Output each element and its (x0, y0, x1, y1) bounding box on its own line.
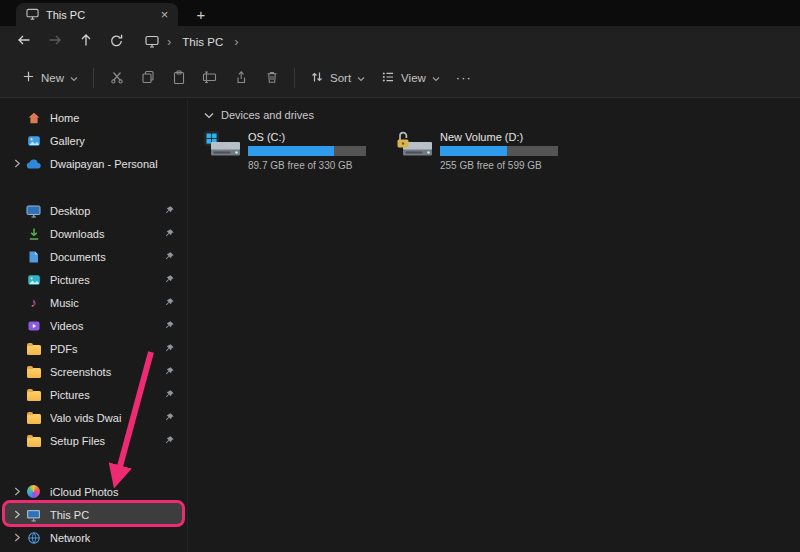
sidebar-item-valo-vids[interactable]: Valo vids Dwai (5, 406, 182, 429)
sidebar-item-label: Pictures (50, 274, 162, 286)
sidebar-item-pdfs[interactable]: PDFs (5, 337, 182, 360)
devices-and-drives-header: Devices and drives (189, 99, 800, 121)
cut-icon (110, 70, 124, 86)
sidebar-item-downloads[interactable]: Downloads (5, 222, 182, 245)
sidebar-item-label: Videos (50, 320, 162, 332)
this-pc-icon (145, 35, 159, 50)
downloads-icon (25, 226, 42, 242)
sidebar-item-music[interactable]: ♪ Music (5, 291, 182, 314)
sidebar-item-screenshots[interactable]: Screenshots (5, 360, 182, 383)
chevron-down-icon (357, 72, 365, 84)
drive-os-c[interactable]: OS (C:) 89.7 GB free of 330 GB (200, 127, 384, 174)
paste-icon (172, 70, 186, 86)
icloud-photos-icon (25, 484, 42, 500)
sidebar-item-pictures-folder[interactable]: Pictures (5, 383, 182, 406)
more-options-button[interactable]: ··· (448, 63, 480, 93)
rename-icon (202, 70, 217, 86)
view-icon (381, 70, 395, 86)
desktop-icon (25, 203, 42, 219)
title-bar: This PC × + (0, 0, 800, 26)
new-tab-button[interactable]: + (190, 4, 212, 24)
drive-free-space: 255 GB free of 599 GB (440, 160, 558, 171)
sidebar-item-label: Network (50, 532, 180, 544)
chevron-right-icon[interactable] (10, 487, 25, 496)
forward-button[interactable] (39, 28, 70, 56)
pin-icon (162, 205, 177, 216)
sidebar-item-label: This PC (50, 509, 180, 521)
drive-name: OS (C:) (248, 131, 366, 143)
navigation-bar: › This PC › (0, 26, 800, 58)
refresh-button[interactable] (101, 28, 132, 56)
videos-icon (25, 318, 42, 334)
chevron-right-icon[interactable] (10, 510, 25, 519)
tab-close-button[interactable]: × (156, 6, 173, 23)
folder-icon (25, 387, 42, 403)
command-bar: New Sort View (0, 58, 800, 98)
drive-c-icon (203, 130, 241, 162)
tab-this-pc[interactable]: This PC × (16, 3, 178, 26)
breadcrumb-this-pc[interactable]: This PC (179, 34, 226, 50)
sidebar-item-label: iCloud Photos (50, 486, 180, 498)
sidebar-item-documents[interactable]: Documents (5, 245, 182, 268)
pin-icon (162, 274, 177, 285)
drive-capacity-fill (440, 146, 507, 156)
sidebar-item-label: Setup Files (50, 435, 162, 447)
pin-icon (162, 366, 177, 377)
sidebar-item-network[interactable]: Network (5, 526, 182, 549)
music-icon: ♪ (25, 295, 42, 311)
sort-button-label: Sort (330, 72, 351, 84)
content-pane: Devices and drives (189, 99, 800, 552)
section-title: Devices and drives (221, 109, 314, 121)
sort-button[interactable]: Sort (302, 63, 373, 93)
new-button[interactable]: New (14, 63, 86, 93)
network-icon (25, 530, 42, 546)
chevron-right-icon[interactable] (10, 533, 25, 542)
sidebar-item-videos[interactable]: Videos (5, 314, 182, 337)
sidebar-item-label: Downloads (50, 228, 162, 240)
copy-button[interactable] (132, 63, 163, 93)
share-icon (234, 70, 248, 86)
copy-icon (141, 70, 155, 86)
pin-icon (162, 389, 177, 400)
refresh-icon (109, 33, 124, 52)
drive-capacity-bar (440, 146, 558, 156)
view-button-label: View (401, 72, 426, 84)
breadcrumb-separator: › (234, 37, 238, 47)
pin-icon (162, 228, 177, 239)
back-button[interactable] (8, 28, 39, 56)
share-button[interactable] (225, 63, 256, 93)
up-button[interactable] (70, 28, 101, 56)
documents-icon (25, 249, 42, 265)
arrow-left-icon (16, 32, 32, 52)
drive-new-volume-d[interactable]: New Volume (D:) 255 GB free of 599 GB (392, 127, 576, 174)
sidebar-item-label: Documents (50, 251, 162, 263)
home-icon (25, 110, 42, 126)
sidebar-item-setup-files[interactable]: Setup Files (5, 429, 182, 452)
paste-button[interactable] (163, 63, 194, 93)
sidebar-item-this-pc[interactable]: This PC (5, 503, 182, 526)
view-button[interactable]: View (373, 63, 448, 93)
trash-icon (265, 70, 279, 86)
sidebar-item-desktop[interactable]: Desktop (5, 199, 182, 222)
breadcrumb-separator: › (167, 37, 171, 47)
sidebar-item-gallery[interactable]: Gallery (5, 129, 182, 152)
sidebar-item-onedrive-personal[interactable]: Dwaipayan - Personal (5, 152, 182, 175)
tab-title: This PC (46, 9, 149, 21)
breadcrumb: › This PC › (145, 34, 239, 50)
sidebar-item-home[interactable]: Home (5, 106, 182, 129)
pin-icon (162, 412, 177, 423)
onedrive-icon (25, 156, 42, 172)
folder-icon (25, 364, 42, 380)
rename-button[interactable] (194, 63, 225, 93)
chevron-right-icon[interactable] (10, 159, 25, 168)
pin-icon (162, 251, 177, 262)
cut-button[interactable] (101, 63, 132, 93)
drive-capacity-fill (248, 146, 334, 156)
new-button-label: New (41, 72, 64, 84)
delete-button[interactable] (256, 63, 287, 93)
sidebar-item-pictures[interactable]: Pictures (5, 268, 182, 291)
sidebar-item-icloud-photos[interactable]: iCloud Photos (5, 480, 182, 503)
chevron-down-icon (432, 72, 440, 84)
chevron-down-icon[interactable] (204, 109, 214, 121)
sidebar-item-label: PDFs (50, 343, 162, 355)
